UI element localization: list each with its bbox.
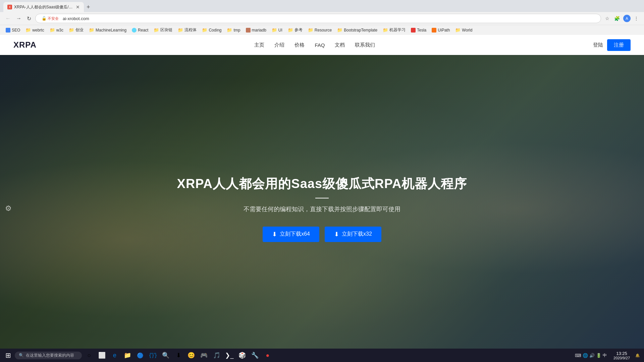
back-button[interactable]: ←	[4, 14, 12, 23]
nav-link-docs[interactable]: 文档	[335, 42, 345, 48]
bookmark-coding[interactable]: 📁 Coding	[200, 27, 224, 33]
download-x64-button[interactable]: ⬇ 立刻下载x64	[263, 227, 319, 242]
bookmark-label-bootstraptemplate: BootstrapTemplate	[344, 28, 377, 33]
taskbar-icon-explorer[interactable]: 📁	[121, 349, 133, 361]
taskbar-icon-vscode[interactable]: {'}'}	[147, 349, 159, 361]
bookmark-label-blockchain: 区块链	[160, 27, 172, 33]
bookmark-label-tesla: Tesla	[417, 28, 426, 33]
hero-subtitle: 不需要任何的编程知识，直接下载并按照步骤配置即可使用	[177, 205, 467, 213]
taskbar-notification[interactable]: 🔔	[634, 353, 641, 358]
folder-icon-world: 📁	[455, 27, 461, 33]
bookmark-react[interactable]: React	[129, 27, 151, 33]
security-indicator[interactable]: 🔓 不安全	[40, 15, 61, 22]
website: XRPA 主页 介绍 价格 FAQ 文档 联系我们 登陆 注册 ⚙ XRPA人人…	[0, 35, 644, 362]
taskbar-icon-music[interactable]: 🎵	[211, 349, 223, 361]
bookmarks-bar: SEO 📁 webrtc 📁 w3c 📁 创业 📁 MachineLearnin…	[0, 25, 644, 35]
start-button[interactable]: ⊞	[3, 350, 13, 361]
bookmark-tmp[interactable]: 📁 tmp	[224, 27, 243, 33]
clock-date: 2020/9/27	[613, 356, 630, 360]
nav-link-contact[interactable]: 联系我们	[355, 42, 375, 48]
bookmark-uipath[interactable]: UiPath	[429, 27, 452, 33]
bookmark-label-liuchengtu: 流程体	[184, 27, 197, 33]
bookmark-w3c[interactable]: 📁 w3c	[47, 27, 66, 33]
taskbar-systray: ⌨ 🌐 🔊 🔋 中	[572, 353, 609, 358]
download-x32-label: 立刻下载x32	[342, 231, 372, 238]
bookmark-cankao[interactable]: 📁 参考	[285, 26, 305, 34]
taskbar-icon-search2[interactable]: 🔍	[160, 349, 172, 361]
taskbar-icon-emoji[interactable]: 😊	[185, 349, 197, 361]
bookmark-tesla[interactable]: Tesla	[409, 27, 429, 33]
bookmark-label-webrtc: webrtc	[32, 28, 44, 33]
bookmark-label-world: World	[462, 28, 472, 33]
folder-icon-tmp: 📁	[227, 27, 232, 33]
reload-button[interactable]: ↻	[25, 14, 33, 23]
bookmark-webrtc[interactable]: 📁 webrtc	[23, 27, 46, 33]
taskbar-icon-steam[interactable]: 🎲	[236, 349, 248, 361]
hero-buttons: ⬇ 立刻下载x64 ⬇ 立刻下载x32	[177, 227, 467, 242]
bookmark-ui[interactable]: 📁 UI	[269, 27, 285, 33]
taskbar-icon-download[interactable]: ⬇	[172, 349, 184, 361]
taskbar-icon-taskview[interactable]: ⬜	[96, 349, 108, 361]
new-tab-button[interactable]: +	[84, 4, 93, 11]
bookmark-liuchengtu[interactable]: 📁 流程体	[175, 26, 199, 34]
bookmark-label-mariadb: mariadb	[252, 28, 266, 33]
active-tab[interactable]: X XRPA-人人都会的Saas级傻瓜/机... ✕	[3, 2, 84, 12]
folder-icon-bootstraptemplate: 📁	[337, 27, 342, 33]
taskbar-icon-terminal[interactable]: ❯_	[223, 349, 235, 361]
bookmark-machinelearning[interactable]: 📁 MachineLearning	[87, 27, 129, 33]
bookmark-label-react: React	[138, 28, 148, 33]
download-x64-label: 立刻下载x64	[280, 231, 310, 238]
forward-button[interactable]: →	[15, 14, 23, 23]
bookmark-icon-tesla	[411, 28, 416, 33]
bookmark-chuangye[interactable]: 📁 创业	[66, 26, 86, 34]
taskbar-icon-edge[interactable]: e	[109, 349, 121, 361]
menu-btn[interactable]: ⋮	[633, 14, 640, 22]
bookmark-seo[interactable]: SEO	[3, 27, 22, 33]
bookmark-bootstraptemplate[interactable]: 📁 BootstrapTemplate	[335, 27, 380, 33]
nav-link-home[interactable]: 主页	[254, 42, 264, 48]
systray-network-icon[interactable]: 🌐	[583, 353, 588, 358]
profile-btn[interactable]: A	[623, 15, 631, 22]
systray-keyboard-icon[interactable]: ⌨	[575, 353, 581, 358]
bookmark-jiqixuexi[interactable]: 📁 机器学习	[380, 26, 408, 34]
systray-volume-icon[interactable]: 🔊	[589, 353, 595, 358]
taskbar-clock[interactable]: 13:25 2020/9/27	[611, 351, 633, 360]
systray-battery-icon[interactable]: 🔋	[596, 353, 601, 358]
address-bar: ← → ↻ 🔓 不安全 ai-xrobot.com ☆ 🧩 A ⋮	[0, 12, 644, 25]
bookmark-mariadb[interactable]: mariadb	[244, 27, 269, 33]
folder-icon-cankao: 📁	[288, 27, 293, 33]
taskbar-search-text: 在这里输入您要搜索的内容	[26, 353, 74, 358]
bookmark-blockchain[interactable]: 📁 区块链	[151, 26, 175, 34]
nav-link-intro[interactable]: 介绍	[274, 42, 284, 48]
bookmark-btn[interactable]: ☆	[604, 14, 611, 22]
taskbar-search[interactable]: 🔍 在这里输入您要搜索的内容	[15, 352, 82, 359]
hero-content: XRPA人人都会用的Saas级傻瓜式RPA机器人程序 不需要任何的编程知识，直接…	[177, 175, 467, 242]
bookmark-label-tmp: tmp	[233, 28, 240, 33]
url-bar[interactable]: 🔓 不安全 ai-xrobot.com	[35, 14, 601, 23]
bookmark-label-uipath: UiPath	[438, 28, 450, 33]
taskbar-icon-tool[interactable]: 🔧	[249, 349, 261, 361]
bookmark-label-chuangye: 创业	[75, 27, 84, 33]
bookmark-label-coding: Coding	[209, 28, 221, 33]
gear-sidebar[interactable]: ⚙	[5, 204, 12, 213]
bookmark-resource[interactable]: 📁 Resource	[306, 27, 334, 33]
taskbar-icon-cortana[interactable]: ○	[83, 349, 95, 361]
taskbar-icon-chrome[interactable]: 🔵	[134, 349, 146, 361]
bookmark-world[interactable]: 📁 World	[453, 27, 475, 33]
folder-icon-blockchain: 📁	[154, 27, 159, 33]
extensions-btn[interactable]: 🧩	[613, 14, 621, 22]
tab-favicon: X	[7, 5, 12, 9]
taskbar-icon-game[interactable]: 🎮	[198, 349, 210, 361]
download-x32-button[interactable]: ⬇ 立刻下载x32	[325, 227, 381, 242]
systray-ime-icon[interactable]: 中	[603, 353, 607, 358]
folder-icon-jiqixuexi: 📁	[383, 27, 388, 33]
nav-link-faq[interactable]: FAQ	[315, 42, 325, 48]
register-button[interactable]: 注册	[607, 39, 631, 51]
bookmark-label-ui: UI	[278, 28, 282, 33]
browser-actions: ☆ 🧩 A ⋮	[604, 14, 640, 22]
taskbar-icon-red[interactable]: ●	[262, 349, 274, 361]
tab-close-button[interactable]: ✕	[76, 4, 80, 10]
nav-actions: 登陆 注册	[593, 39, 631, 51]
login-button[interactable]: 登陆	[593, 42, 603, 48]
nav-link-price[interactable]: 价格	[294, 42, 305, 48]
